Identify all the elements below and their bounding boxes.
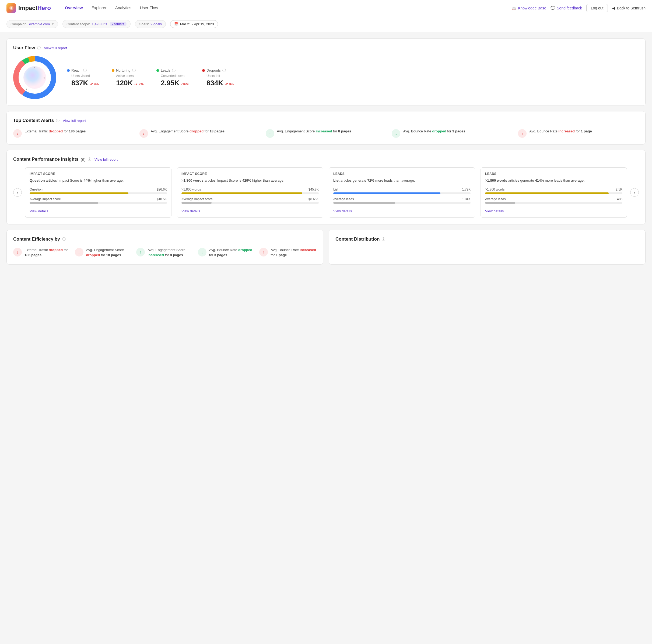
insight-card-1: Impact Score Question articles' Impact S… [25, 167, 171, 218]
back-to-semrush-link[interactable]: ◀ Back to Semrush [612, 6, 646, 10]
content-scope-badge: 7 folders [110, 22, 127, 26]
insights-info-icon[interactable]: ⓘ [88, 157, 91, 162]
logo: ImpactHero [6, 3, 51, 13]
reach-value: 837K -2.9% [71, 79, 99, 87]
eff-alert-icon-1: ↓ [13, 248, 22, 256]
content-scope-filter[interactable]: Content scope: 1,493 urls 7 folders [62, 20, 130, 28]
insights-card-header: Content Performance Insights (6) ⓘ View … [13, 157, 639, 162]
nav-analytics[interactable]: Analytics [114, 1, 132, 15]
insights-count: (6) [81, 157, 86, 162]
knowledge-base-label: Knowledge Base [518, 6, 546, 10]
leads-sublabel: Converted users [161, 74, 189, 78]
insights-card: Content Performance Insights (6) ⓘ View … [6, 150, 646, 224]
insight-2-bar2-track [182, 202, 319, 204]
userflow-donut-chart: ∨ ∨ ∨ [13, 56, 56, 99]
insight-1-bar2-fill [30, 202, 98, 204]
svg-text:∨: ∨ [34, 66, 35, 68]
metric-dropouts-label: Dropouts ⓘ [202, 68, 234, 73]
alert-item-1: ↓ External Traffic dropped for 186 pages [13, 129, 134, 138]
insight-4-view-details[interactable]: View details [485, 209, 504, 213]
userflow-title: User Flow [13, 45, 35, 51]
logout-button[interactable]: Log out [586, 4, 608, 12]
insight-1-bar2-value: $18.5K [157, 197, 167, 201]
insight-3-view-details[interactable]: View details [333, 209, 352, 213]
nurturing-dot [112, 69, 114, 72]
leads-change: -16% [181, 82, 189, 86]
userflow-view-link[interactable]: View full report [44, 46, 67, 50]
eff-alert-icon-2: ↓ [75, 248, 83, 256]
efficiency-info-icon[interactable]: ⓘ [62, 237, 66, 242]
userflow-info-icon[interactable]: ⓘ [37, 46, 40, 50]
arrow-up-icon-3: ↑ [269, 131, 271, 136]
insight-1-bar-2: Average impact score $18.5K [30, 197, 167, 204]
reach-sublabel: Users visited [71, 74, 99, 78]
insight-1-view-details[interactable]: View details [30, 209, 48, 213]
insight-4-bar1-value: 2.5K [616, 188, 622, 191]
eff-alert-2: ↓ Avg. Engagement Score dropped for 18 p… [75, 247, 132, 258]
insights-view-link[interactable]: View full report [94, 158, 118, 162]
carousel-prev-btn[interactable]: ‹ [13, 188, 22, 197]
logo-impact: Impact [18, 5, 37, 11]
bottom-cards-row: Content Efficiency by ⓘ ↓ External Traff… [6, 230, 646, 264]
insight-4-bar2-label: Average leads [485, 197, 506, 201]
insight-1-bar2-track [30, 202, 167, 204]
alerts-view-link[interactable]: View full report [63, 119, 86, 123]
efficiency-card-header: Content Efficiency by ⓘ [13, 236, 317, 242]
eff-arrow-down-4: ↓ [201, 250, 203, 254]
metric-reach-label: Reach ⓘ [67, 68, 99, 73]
nav-explorer[interactable]: Explorer [90, 1, 108, 15]
dropouts-info-icon[interactable]: ⓘ [222, 68, 226, 73]
campaign-filter[interactable]: Campaign: example.com ▼ [6, 20, 58, 28]
nurturing-change: -7.2% [134, 82, 143, 86]
alert-item-5: ↑ Avg. Bounce Rate increased for 1 page [518, 129, 639, 138]
metric-nurturing: Nurturing ⓘ Active users 120K -7.2% [112, 68, 143, 87]
send-feedback-label: Send feedback [557, 6, 582, 10]
insight-4-bar2-track [485, 202, 622, 204]
distribution-info-icon[interactable]: ⓘ [382, 237, 385, 242]
userflow-content: ∨ ∨ ∨ Reach ⓘ Users visited 837K -2.9% [13, 56, 639, 99]
insight-2-bar2-label: Average impact score [182, 197, 213, 201]
insight-4-category: Leads [485, 172, 622, 176]
alerts-grid: ↓ External Traffic dropped for 186 pages… [13, 129, 639, 138]
metric-nurturing-label: Nurturing ⓘ [112, 68, 143, 73]
insights-carousel: ‹ Impact Score Question articles' Impact… [13, 167, 639, 218]
insight-2-view-details[interactable]: View details [182, 209, 200, 213]
insight-2-bar2-value: $8.65K [308, 197, 319, 201]
insight-4-bar2-fill [485, 202, 515, 204]
leads-info-icon[interactable]: ⓘ [172, 68, 175, 73]
insight-4-bar2-value: 486 [617, 197, 622, 201]
alert-item-3: ↑ Avg. Engagement Score increased for 8 … [266, 129, 386, 138]
content-scope-value: 1,493 urls [92, 22, 107, 26]
alerts-info-icon[interactable]: ⓘ [56, 118, 59, 123]
knowledge-base-link[interactable]: 📖 Knowledge Base [512, 6, 546, 10]
nav-overview[interactable]: Overview [64, 1, 84, 15]
insight-1-category: Impact Score [30, 172, 167, 176]
distribution-card: Content Distribution ⓘ [329, 230, 646, 264]
alert-item-2: ↓ Avg. Engagement Score dropped for 18 p… [139, 129, 260, 138]
goals-filter[interactable]: Goals: 2 goals [135, 20, 166, 28]
dropouts-value: 834K -2.9% [207, 79, 234, 87]
nurturing-value: 120K -7.2% [116, 79, 143, 87]
nurturing-info-icon[interactable]: ⓘ [132, 68, 136, 73]
insight-4-bar1-label: >1,800 words [485, 188, 505, 191]
eff-alert-icon-3: ↑ [136, 248, 145, 256]
arrow-up-icon-5: ↑ [521, 131, 523, 136]
reach-info-icon[interactable]: ⓘ [83, 68, 87, 73]
insight-3-bar-2: Average leads 1.04K [333, 197, 470, 204]
insight-1-bar1-fill [30, 192, 128, 194]
send-feedback-link[interactable]: 💬 Send feedback [550, 6, 582, 10]
insight-2-bar2-fill [182, 202, 212, 204]
eff-alert-text-2: Avg. Engagement Score dropped for 18 pag… [86, 247, 132, 258]
eff-alert-text-1: External Traffic dropped for 186 pages [25, 247, 71, 258]
insight-2-bar1-track [182, 192, 319, 194]
filter-bar: Campaign: example.com ▼ Content scope: 1… [0, 16, 652, 32]
reach-change: -2.9% [90, 82, 99, 86]
date-range-filter[interactable]: 📅 Mar 21 - Apr 19, 2023 [170, 20, 218, 28]
insight-3-bar1-label: List [333, 188, 338, 191]
carousel-next-btn[interactable]: › [630, 188, 639, 197]
insight-2-category: Impact Score [182, 172, 319, 176]
insights-title: Content Performance Insights [13, 157, 79, 162]
nav-userflow[interactable]: User Flow [139, 1, 159, 15]
insight-2-bar1-label: >1,800 words [182, 188, 201, 191]
alert-icon-4: ↓ [392, 129, 400, 138]
